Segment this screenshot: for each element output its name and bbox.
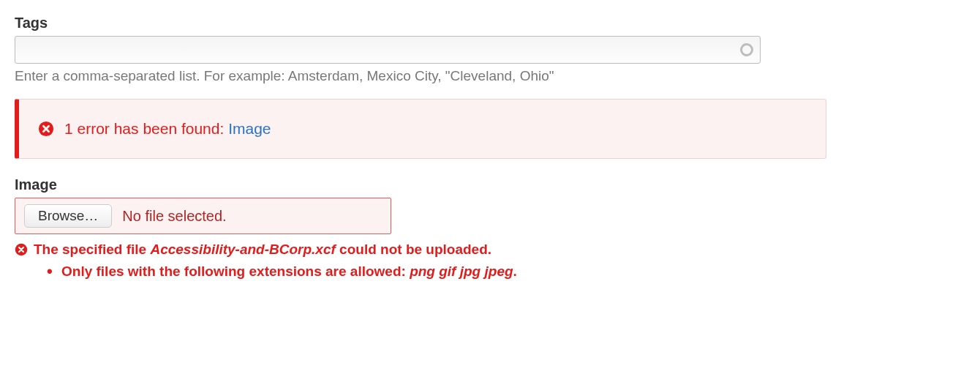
tags-help-text: Enter a comma-separated list. For exampl… (15, 68, 965, 84)
browse-button[interactable]: Browse… (24, 204, 112, 228)
file-error-text: The specified file Accessibility-and-BCo… (34, 242, 491, 258)
loading-spinner-icon (740, 43, 753, 56)
image-label: Image (15, 176, 965, 193)
error-detail-list: Only files with the following extensions… (15, 264, 965, 280)
error-suffix-text: could not be uploaded. (336, 242, 491, 257)
error-detail-item: Only files with the following extensions… (47, 264, 965, 280)
allowed-extensions: png gif jpg jpeg (410, 264, 513, 279)
file-input-box: Browse… No file selected. (15, 198, 391, 234)
error-icon (15, 243, 28, 256)
error-filename: Accessibility-and-BCorp.xcf (150, 242, 335, 257)
file-error-message: The specified file Accessibility-and-BCo… (15, 242, 965, 258)
error-prefix: 1 error has been found: (64, 120, 228, 137)
tags-label: Tags (15, 15, 965, 31)
error-prefix-text: The specified file (34, 242, 150, 257)
sub-error-prefix: Only files with the following extensions… (61, 264, 410, 279)
error-image-link[interactable]: Image (228, 120, 271, 137)
image-field: Image Browse… No file selected. The spec… (15, 176, 965, 280)
error-icon (38, 121, 54, 137)
sub-error-suffix: . (513, 264, 517, 279)
tags-input[interactable] (15, 36, 761, 64)
error-banner: 1 error has been found: Image (15, 99, 826, 159)
file-status-text: No file selected. (122, 208, 226, 225)
tags-input-wrapper (15, 36, 761, 64)
tags-field: Tags Enter a comma-separated list. For e… (15, 15, 965, 84)
error-banner-text: 1 error has been found: Image (64, 120, 271, 138)
